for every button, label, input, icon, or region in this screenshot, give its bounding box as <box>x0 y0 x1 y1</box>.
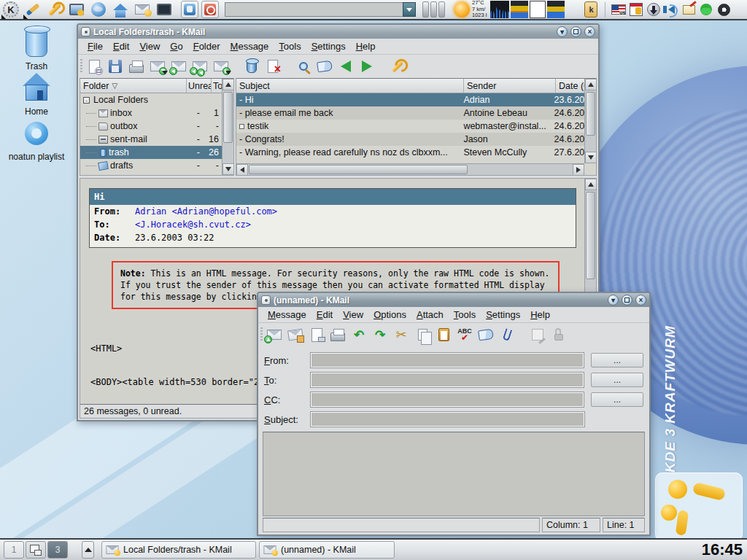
menu-help[interactable]: Help <box>351 39 381 53</box>
menu-tools[interactable]: Tools <box>274 39 306 53</box>
scroll-down-button[interactable] <box>222 163 234 175</box>
scroll-up-button[interactable] <box>585 79 597 90</box>
attach-file-button[interactable] <box>498 326 516 343</box>
to-address-link[interactable]: <J.Horacek@sh.cvut.cz> <box>135 219 251 230</box>
cd-player-icon[interactable] <box>716 2 732 18</box>
scrollbar-thumb[interactable] <box>249 165 468 174</box>
message-list-vertical-scrollbar[interactable] <box>584 79 596 163</box>
lock-screen-button[interactable] <box>181 1 198 18</box>
copy-button[interactable] <box>414 326 431 343</box>
paste-button[interactable] <box>435 326 452 343</box>
message-list-horizontal-scrollbar[interactable] <box>236 163 584 175</box>
folder-column-header[interactable]: Folder▽ <box>80 79 187 93</box>
scroll-up-button[interactable] <box>222 79 234 90</box>
menu-edit[interactable]: Edit <box>311 308 338 322</box>
panel-scroll-up-button[interactable] <box>82 541 94 559</box>
from-address-link[interactable]: Adrian <Adrian@hopeful.com> <box>135 206 277 217</box>
folder-row-inbox[interactable]: inbox - 1 <box>80 106 222 120</box>
scrollbar-thumb[interactable] <box>586 192 595 279</box>
menu-settings[interactable]: Settings <box>481 308 525 322</box>
keyboard-layout-us-icon[interactable] <box>611 2 627 18</box>
logout-button[interactable] <box>201 1 219 18</box>
cc-browse-button[interactable]: ... <box>591 392 643 407</box>
message-row[interactable]: - Congrats! Jason 24.6.200 <box>236 133 584 146</box>
menu-help[interactable]: Help <box>525 308 555 322</box>
scrollbar-thumb[interactable] <box>586 92 595 136</box>
scroll-right-button[interactable] <box>573 164 584 176</box>
save-button[interactable] <box>107 58 124 75</box>
trash-button[interactable] <box>243 58 260 75</box>
kmix-volume-icon[interactable] <box>664 2 679 18</box>
kmail-launcher[interactable] <box>133 0 152 19</box>
folder-row-sent-mail[interactable]: sent-mail - 16 <box>80 133 222 146</box>
menu-go[interactable]: Go <box>165 39 187 53</box>
check-mail-button[interactable] <box>149 58 166 75</box>
new-message-button[interactable] <box>308 326 325 343</box>
subject-column-header[interactable]: Subject <box>236 79 464 93</box>
applet-handle[interactable] <box>430 1 437 18</box>
network-monitor-applet[interactable] <box>511 1 528 18</box>
spellcheck-button[interactable]: ABC ✔ <box>456 326 473 343</box>
scroll-down-button[interactable] <box>585 152 597 163</box>
main-window-titlebar[interactable]: Local Folders/trash - KMail ▾ × <box>78 25 598 39</box>
queue-button[interactable] <box>287 326 304 343</box>
print-button[interactable] <box>128 58 145 75</box>
menu-options[interactable]: Options <box>368 308 411 322</box>
menu-tools[interactable]: Tools <box>449 308 481 322</box>
folder-row-root[interactable]: -Local Folders <box>80 93 222 106</box>
redo-icon[interactable]: ↷ <box>371 326 389 343</box>
kmail-window-icon[interactable] <box>261 295 271 305</box>
to-browse-button[interactable]: ... <box>591 373 643 387</box>
composer-titlebar[interactable]: (unnamed) - KMail ▾ × <box>258 293 649 307</box>
sign-message-button[interactable] <box>529 326 546 343</box>
folder-row-trash[interactable]: trash - 26 <box>80 146 222 159</box>
address-book-button[interactable] <box>477 326 495 343</box>
message-row[interactable]: - Warning, please read carefully ns noz … <box>236 146 584 159</box>
desktop-icon-home[interactable]: Home <box>4 71 69 117</box>
network-monitor-applet[interactable] <box>547 1 565 18</box>
from-browse-button[interactable]: ... <box>591 353 643 368</box>
close-button[interactable]: × <box>584 26 595 37</box>
shade-button[interactable]: ▾ <box>608 295 619 306</box>
new-message-button[interactable] <box>85 58 103 75</box>
konqueror-launcher[interactable] <box>89 0 108 19</box>
pager-desktop-3[interactable]: 3 <box>47 541 68 559</box>
unread-column-header[interactable]: Unread <box>187 79 212 93</box>
applet-handle[interactable] <box>438 1 445 18</box>
applet-handle[interactable] <box>422 1 429 18</box>
kget-download-icon[interactable] <box>646 2 662 18</box>
tools-launcher[interactable] <box>45 0 64 19</box>
display-settings-launcher[interactable] <box>67 0 86 19</box>
klipper-icon[interactable]: k <box>584 1 597 18</box>
delete-button[interactable]: × <box>264 58 282 75</box>
back-button[interactable] <box>337 58 355 75</box>
menu-settings[interactable]: Settings <box>306 39 351 53</box>
system-load-graph[interactable] <box>490 1 509 18</box>
forward-button[interactable] <box>212 58 230 75</box>
message-row[interactable]: - Hi Adrian 23.6.200 <box>236 93 584 106</box>
terminal-launcher[interactable] <box>155 0 174 19</box>
menu-folder[interactable]: Folder <box>188 39 225 53</box>
cc-input[interactable] <box>311 392 584 407</box>
scrollbar-thumb[interactable] <box>223 92 233 143</box>
maximize-button[interactable] <box>570 26 581 37</box>
find-button[interactable] <box>295 58 312 75</box>
scroll-left-button[interactable] <box>236 164 248 176</box>
tree-expander-icon[interactable]: - <box>83 97 90 104</box>
folder-row-drafts[interactable]: drafts - - <box>80 159 222 172</box>
korganizer-icon[interactable] <box>629 2 644 18</box>
cut-icon[interactable]: ✂ <box>392 326 410 343</box>
message-body-editor[interactable] <box>263 432 645 516</box>
menu-edit[interactable]: Edit <box>108 39 134 53</box>
home-launcher[interactable] <box>111 0 130 19</box>
command-input[interactable] <box>225 2 403 17</box>
message-row[interactable]: - please email me back Antoine Lebeau 24… <box>236 106 584 120</box>
kmenu-button[interactable]: K <box>1 0 20 19</box>
send-button[interactable] <box>266 326 283 343</box>
address-book-button[interactable] <box>316 58 333 75</box>
folder-pane-vertical-scrollbar[interactable] <box>222 79 233 175</box>
menu-file[interactable]: File <box>82 39 108 53</box>
taskbar-button-kmail-composer[interactable]: (unnamed) - KMail <box>259 541 395 559</box>
menu-attach[interactable]: Attach <box>411 308 449 322</box>
blank-monitor-applet[interactable] <box>530 1 546 18</box>
